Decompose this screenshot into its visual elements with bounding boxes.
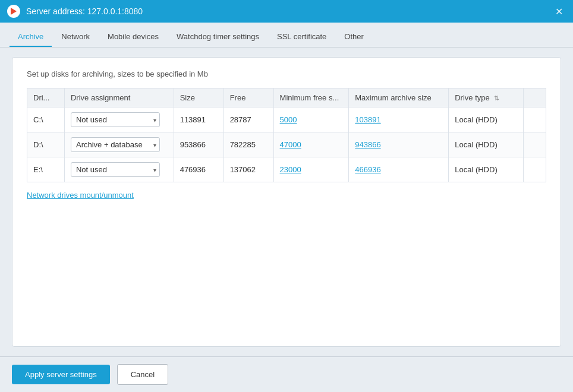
tab-archive[interactable]: Archive xyxy=(10,27,52,47)
cell-free-2: 137062 xyxy=(223,157,273,182)
cell-minfree-1[interactable]: 47000 xyxy=(273,132,349,157)
col-header-maxarch: Maximum archive size xyxy=(349,88,449,108)
tab-other[interactable]: Other xyxy=(336,27,372,47)
col-header-size: Size xyxy=(174,88,223,108)
cell-ctrl-1 xyxy=(524,132,546,157)
cell-ctrl-2 xyxy=(524,157,546,182)
cell-assignment-0[interactable]: Not usedArchiveArchive + database▾ xyxy=(64,108,174,132)
main-window: Server address: 127.0.0.1:8080 ✕ Archive… xyxy=(0,0,573,392)
cell-maxarch-1[interactable]: 943866 xyxy=(349,132,449,157)
cell-maxarch-0[interactable]: 103891 xyxy=(349,108,449,132)
cell-type-2: Local (HDD) xyxy=(449,157,524,182)
assignment-select-1[interactable]: Not usedArchiveArchive + database xyxy=(71,137,160,152)
maxarch-link-0[interactable]: 103891 xyxy=(355,115,380,124)
tab-watchdog[interactable]: Watchdog timer settings xyxy=(168,27,267,47)
app-icon xyxy=(7,5,20,18)
col-header-drive: Dri... xyxy=(27,88,65,108)
assignment-select-2[interactable]: Not usedArchiveArchive + database xyxy=(71,162,160,177)
assignment-select-0[interactable]: Not usedArchiveArchive + database xyxy=(71,112,160,127)
tab-mobile[interactable]: Mobile devices xyxy=(99,27,167,47)
minfree-link-1[interactable]: 47000 xyxy=(280,140,301,149)
network-drives-link[interactable]: Network drives mount/unmount xyxy=(27,191,134,200)
cell-minfree-0[interactable]: 5000 xyxy=(273,108,349,132)
col-header-minfree: Minimum free s... xyxy=(273,88,349,108)
cell-size-1: 953866 xyxy=(174,132,223,157)
sort-icon: ⇅ xyxy=(494,94,499,102)
apply-button[interactable]: Apply server settings xyxy=(12,365,110,384)
col-header-free: Free xyxy=(223,88,273,108)
tab-ssl[interactable]: SSL certificate xyxy=(269,27,335,47)
cell-free-1: 782285 xyxy=(223,132,273,157)
maxarch-link-2[interactable]: 466936 xyxy=(355,165,380,174)
cell-assignment-2[interactable]: Not usedArchiveArchive + database▾ xyxy=(64,157,174,182)
cell-maxarch-2[interactable]: 466936 xyxy=(349,157,449,182)
col-header-assignment: Drive assignment xyxy=(64,88,174,108)
table-row: C:\Not usedArchiveArchive + database▾113… xyxy=(27,108,546,132)
cell-free-0: 28787 xyxy=(223,108,273,132)
table-row: D:\Not usedArchiveArchive + database▾953… xyxy=(27,132,546,157)
cell-drive-2: E:\ xyxy=(27,157,65,182)
cell-type-0: Local (HDD) xyxy=(449,108,524,132)
table-row: E:\Not usedArchiveArchive + database▾476… xyxy=(27,157,546,182)
close-button[interactable]: ✕ xyxy=(552,4,566,18)
titlebar-title: Server address: 127.0.0.1:8080 xyxy=(26,7,552,16)
minfree-link-0[interactable]: 5000 xyxy=(280,115,297,124)
col-header-ctrl xyxy=(524,88,546,108)
cell-size-0: 113891 xyxy=(174,108,223,132)
cell-type-1: Local (HDD) xyxy=(449,132,524,157)
cell-ctrl-0 xyxy=(524,108,546,132)
archive-panel: Set up disks for archiving, sizes to be … xyxy=(12,57,561,347)
panel-description: Set up disks for archiving, sizes to be … xyxy=(27,69,546,78)
col-header-type[interactable]: Drive type ⇅ xyxy=(449,88,524,108)
tabs-bar: Archive Network Mobile devices Watchdog … xyxy=(0,23,573,48)
minfree-link-2[interactable]: 23000 xyxy=(280,165,301,174)
maxarch-link-1[interactable]: 943866 xyxy=(355,140,380,149)
content-area: Set up disks for archiving, sizes to be … xyxy=(0,48,573,356)
cancel-button[interactable]: Cancel xyxy=(117,364,168,385)
cell-drive-0: C:\ xyxy=(27,108,65,132)
footer: Apply server settings Cancel xyxy=(0,356,573,392)
cell-drive-1: D:\ xyxy=(27,132,65,157)
table-header-row: Dri... Drive assignment Size Free Minimu… xyxy=(27,88,546,108)
titlebar: Server address: 127.0.0.1:8080 ✕ xyxy=(0,0,573,23)
tab-network[interactable]: Network xyxy=(53,27,98,47)
cell-assignment-1[interactable]: Not usedArchiveArchive + database▾ xyxy=(64,132,174,157)
cell-minfree-2[interactable]: 23000 xyxy=(273,157,349,182)
svg-marker-0 xyxy=(11,8,17,15)
cell-size-2: 476936 xyxy=(174,157,223,182)
disk-table: Dri... Drive assignment Size Free Minimu… xyxy=(27,88,546,182)
